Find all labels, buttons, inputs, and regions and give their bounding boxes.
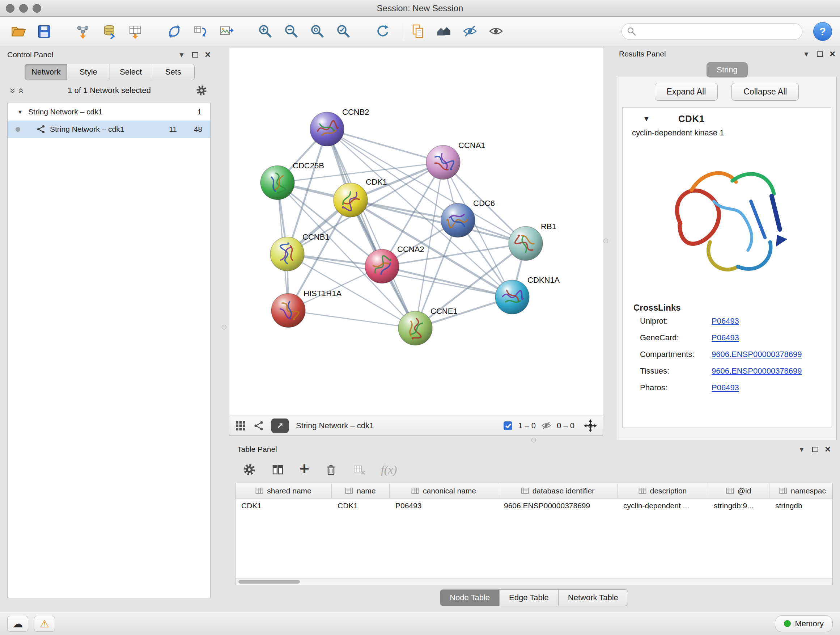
show-all-button[interactable] [486, 21, 506, 42]
refresh-layout-button[interactable] [373, 21, 393, 42]
column-header--id[interactable]: @id [708, 483, 769, 498]
network-node-ccnb1[interactable] [270, 237, 304, 271]
tab-string[interactable]: String [706, 62, 747, 78]
memory-button[interactable]: Memory [775, 616, 833, 632]
splitter-handle-bottom[interactable] [531, 438, 536, 442]
help-button[interactable]: ? [813, 22, 832, 41]
column-header-canonical-name[interactable]: canonical name [390, 483, 498, 498]
tab-select[interactable]: Select [110, 64, 152, 80]
panel-float-icon[interactable] [817, 51, 823, 57]
tab-network[interactable]: Network [25, 64, 67, 80]
network-collection-row[interactable]: ▾ String Network – cdk1 1 [8, 103, 210, 120]
string-results-box: Expand All Collapse All ▼ CDK1 cyclin-de… [617, 77, 837, 440]
panel-float-icon[interactable] [192, 52, 198, 57]
column-header-namespac[interactable]: namespac [769, 483, 833, 498]
network-node-ccnb2[interactable] [310, 112, 344, 146]
network-node-ccna1[interactable] [426, 146, 460, 180]
delete-trash-icon[interactable] [325, 463, 338, 476]
crosslink-link[interactable]: 9606.ENSP00000378699 [712, 366, 802, 376]
collapse-section-icon[interactable]: ▼ [643, 115, 650, 123]
zoom-fit-button[interactable] [308, 21, 328, 42]
grid-view-icon[interactable] [235, 420, 246, 431]
save-session-button[interactable] [34, 21, 54, 42]
scrollbar-thumb[interactable] [238, 580, 300, 584]
warnings-button[interactable]: ⚠ [34, 616, 55, 632]
import-network-file-button[interactable] [73, 21, 93, 42]
column-header-shared-name[interactable]: shared name [235, 483, 332, 498]
network-row-selected[interactable]: String Network – cdk1 11 48 [8, 120, 210, 138]
home-view-button[interactable] [434, 21, 454, 42]
open-session-button[interactable] [8, 21, 28, 42]
network-node-label-cdkn1a: CDKN1A [527, 276, 560, 285]
network-edge-ccnb2-ccna1[interactable] [327, 129, 443, 163]
add-column-icon[interactable]: + [300, 460, 309, 477]
network-node-rb1[interactable] [508, 226, 543, 261]
crosslink-link[interactable]: 9606.ENSP00000378699 [712, 350, 802, 359]
network-node-cdc6[interactable] [441, 203, 475, 238]
zoom-selected-button[interactable] [333, 21, 354, 42]
search-input[interactable] [640, 27, 797, 36]
table-settings-gear-icon[interactable] [242, 463, 256, 477]
tab-network-table[interactable]: Network Table [558, 589, 628, 606]
gear-icon[interactable] [195, 84, 208, 97]
hide-selected-button[interactable] [460, 21, 480, 42]
tab-node-table[interactable]: Node Table [440, 589, 500, 606]
column-header-name[interactable]: name [332, 483, 390, 498]
expand-all-button[interactable]: Expand All [655, 83, 718, 101]
tree-expand-icon[interactable]: ▾ [19, 108, 22, 116]
network-node-ccne1[interactable] [398, 311, 432, 345]
network-node-ccna2[interactable] [365, 249, 399, 283]
network-node-cdk1[interactable] [333, 183, 368, 217]
import-table-file-button[interactable] [125, 21, 145, 42]
network-node-hist1h1a[interactable] [271, 294, 305, 328]
column-header-database-identifier[interactable]: database identifier [498, 483, 617, 498]
selected-checkbox-icon[interactable] [503, 421, 513, 431]
tab-edge-table[interactable]: Edge Table [499, 589, 559, 606]
clone-network-button[interactable] [190, 21, 210, 42]
window-close-button[interactable] [6, 4, 14, 13]
expand-all-tree-icon[interactable]: » [15, 88, 26, 93]
open-in-new-window-button[interactable] [271, 418, 289, 433]
network-node-label-hist1h1a: HIST1H1A [303, 289, 341, 298]
crosslink-link[interactable]: P06493 [712, 333, 739, 342]
export-image-button[interactable] [216, 21, 237, 42]
cloud-button[interactable]: ☁ [7, 616, 28, 632]
panel-menu-icon[interactable]: ▼ [178, 51, 185, 58]
network-collection-count: 1 [197, 108, 202, 116]
window-minimize-button[interactable] [19, 4, 28, 13]
panel-close-icon[interactable]: × [825, 445, 831, 454]
panel-float-icon[interactable] [812, 447, 818, 452]
panel-close-icon[interactable]: × [829, 49, 835, 59]
hidden-eye-slash-icon[interactable] [541, 420, 552, 431]
window-zoom-button[interactable] [33, 4, 41, 13]
new-network-button[interactable] [164, 21, 185, 42]
collapse-all-button[interactable]: Collapse All [731, 83, 799, 101]
splitter-handle-left[interactable] [222, 325, 226, 329]
show-columns-icon[interactable] [271, 463, 284, 476]
crosshair-move-icon[interactable] [584, 419, 597, 432]
table-row[interactable]: CDK1CDK1P064939606.ENSP00000378699cyclin… [235, 499, 832, 514]
tab-style[interactable]: Style [67, 64, 110, 80]
zoom-out-button[interactable] [281, 21, 302, 42]
network-edge-hist1h1a-ccne1[interactable] [288, 310, 415, 328]
network-canvas[interactable]: CCNB2CCNA1CDC25BCDK1CDC6RB1CCNB1CCNA2CDK… [229, 48, 603, 416]
copy-button[interactable] [408, 21, 428, 42]
network-edge-ccna2-cdkn1a[interactable] [382, 266, 512, 297]
splitter-handle-right[interactable] [603, 239, 608, 243]
network-node-cdkn1a[interactable] [495, 280, 529, 314]
crosslink-link[interactable]: P06493 [712, 383, 739, 393]
tab-sets[interactable]: Sets [152, 64, 195, 80]
network-edge-ccnb2-ccne1[interactable] [327, 129, 415, 328]
table-horizontal-scrollbar[interactable] [235, 578, 832, 585]
panel-menu-icon[interactable]: ▼ [803, 51, 810, 57]
zoom-in-button[interactable] [256, 21, 276, 42]
column-header-description[interactable]: description [617, 483, 708, 498]
network-node-cdc25b[interactable] [261, 166, 294, 200]
import-network-database-button[interactable] [99, 21, 119, 42]
image-export-icon [218, 24, 234, 40]
panel-close-icon[interactable]: × [205, 50, 210, 60]
table-panel-title: Table Panel [237, 445, 277, 454]
share-view-icon[interactable] [253, 420, 264, 431]
panel-menu-icon[interactable]: ▼ [798, 446, 805, 453]
crosslink-link[interactable]: P06493 [712, 317, 739, 326]
